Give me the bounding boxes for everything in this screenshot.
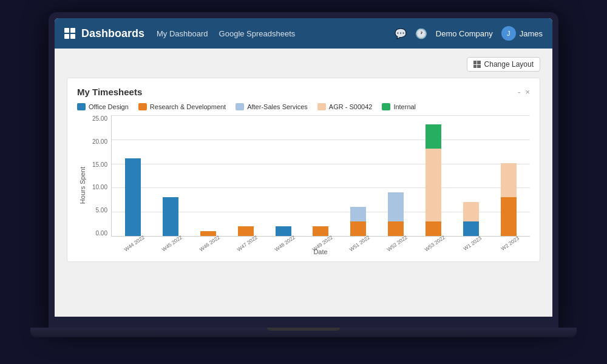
bar-group <box>153 197 189 236</box>
bar-group <box>378 192 414 236</box>
close-button[interactable]: × <box>525 87 530 96</box>
legend-label-research: Research & Development <box>150 103 226 110</box>
bars-container <box>112 115 530 236</box>
bar-segment-research <box>426 221 441 236</box>
bar-segment-office_design <box>125 158 141 236</box>
stacked-bar <box>426 124 441 236</box>
bar-segment-agr <box>463 202 479 221</box>
stacked-bar <box>238 226 254 236</box>
legend-color-office-design <box>77 103 86 110</box>
bar-segment-research <box>238 226 254 236</box>
nav-links: My Dashboard Google Spreadsheets <box>157 29 382 38</box>
legend-after-sales: After-Sales Services <box>236 103 308 110</box>
y-tick-0: 0.00 <box>96 230 107 237</box>
bar-segment-office_design <box>276 226 291 236</box>
legend-color-after-sales <box>236 103 244 110</box>
nav-link-my-dashboard[interactable]: My Dashboard <box>157 29 208 38</box>
legend-label-office-design: Office Design <box>89 103 129 110</box>
toolbar-row: Change Layout <box>67 57 540 72</box>
grid-icon <box>64 28 75 39</box>
change-layout-label: Change Layout <box>484 60 534 69</box>
nav-user[interactable]: J James <box>501 26 543 41</box>
stacked-bar <box>163 197 178 236</box>
legend-office-design: Office Design <box>77 103 129 110</box>
bar-segment-research <box>388 221 404 236</box>
bar-segment-after_sales <box>350 207 366 221</box>
stacked-bar <box>350 207 366 236</box>
stacked-bar <box>388 192 404 236</box>
bar-segment-research <box>501 197 517 236</box>
y-tick-15: 15.00 <box>92 161 107 168</box>
bar-segment-research <box>350 221 366 236</box>
y-tick-20: 20.00 <box>92 138 107 145</box>
bar-segment-internal <box>426 124 441 149</box>
stacked-bar <box>313 226 328 236</box>
chart-title: My Timesheets <box>77 87 142 97</box>
stacked-bar <box>125 158 141 236</box>
bar-group <box>416 124 452 236</box>
y-tick-5: 5.00 <box>96 207 107 214</box>
legend-internal: Internal <box>382 103 416 110</box>
legend-label-internal: Internal <box>393 103 416 110</box>
x-axis-labels: W44 2022W45 2022W46 2022W47 2022W48 2022… <box>111 238 530 247</box>
chart-card-header: My Timesheets - × <box>77 87 530 97</box>
stacked-bar <box>276 226 291 236</box>
chart-legend: Office Design Research & Development Aft… <box>77 103 530 110</box>
bar-group <box>453 202 489 236</box>
chart-plot-area <box>111 115 530 237</box>
y-tick-10: 10.00 <box>92 184 107 190</box>
stacked-bar <box>200 231 216 236</box>
y-axis-label: Hours Spent <box>79 167 86 204</box>
bar-segment-agr <box>426 149 441 221</box>
bar-segment-agr <box>501 163 517 197</box>
stacked-bar <box>463 202 479 236</box>
stacked-bar <box>501 163 517 236</box>
user-avatar: J <box>501 26 516 41</box>
bar-segment-research <box>313 226 328 236</box>
bar-segment-office_design <box>163 197 178 236</box>
main-content: Change Layout My Timesheets - × <box>55 49 552 317</box>
bar-segment-after_sales <box>388 192 404 221</box>
legend-label-agr: AGR - S00042 <box>329 103 373 110</box>
bar-group <box>490 163 526 236</box>
history-icon[interactable]: 🕐 <box>415 28 427 39</box>
bar-group <box>115 158 151 236</box>
user-name: James <box>520 29 543 38</box>
change-layout-button[interactable]: Change Layout <box>467 57 540 72</box>
brand-title: Dashboards <box>81 27 144 40</box>
navbar-brand: Dashboards <box>64 27 144 40</box>
y-tick-25: 25.00 <box>92 115 107 122</box>
navbar: Dashboards My Dashboard Google Spreadshe… <box>55 18 552 49</box>
minimize-button[interactable]: - <box>518 87 520 96</box>
legend-color-internal <box>382 103 390 110</box>
chart-card: My Timesheets - × Office Design <box>67 78 540 262</box>
legend-agr: AGR - S00042 <box>317 103 373 110</box>
legend-label-after-sales: After-Sales Services <box>247 103 308 110</box>
legend-color-agr <box>317 103 326 110</box>
nav-company[interactable]: Demo Company <box>436 29 493 38</box>
laptop-screen: Dashboards My Dashboard Google Spreadshe… <box>55 18 552 317</box>
bar-segment-office_design <box>463 221 479 236</box>
legend-research: Research & Development <box>138 103 226 110</box>
bar-segment-research <box>200 231 216 236</box>
chat-icon[interactable]: 💬 <box>395 28 407 39</box>
nav-link-google-spreadsheets[interactable]: Google Spreadsheets <box>219 29 296 38</box>
legend-color-research <box>138 103 147 110</box>
chart-controls: - × <box>518 87 530 96</box>
layout-icon <box>473 61 481 68</box>
nav-right: 💬 🕐 Demo Company J James <box>395 26 543 41</box>
